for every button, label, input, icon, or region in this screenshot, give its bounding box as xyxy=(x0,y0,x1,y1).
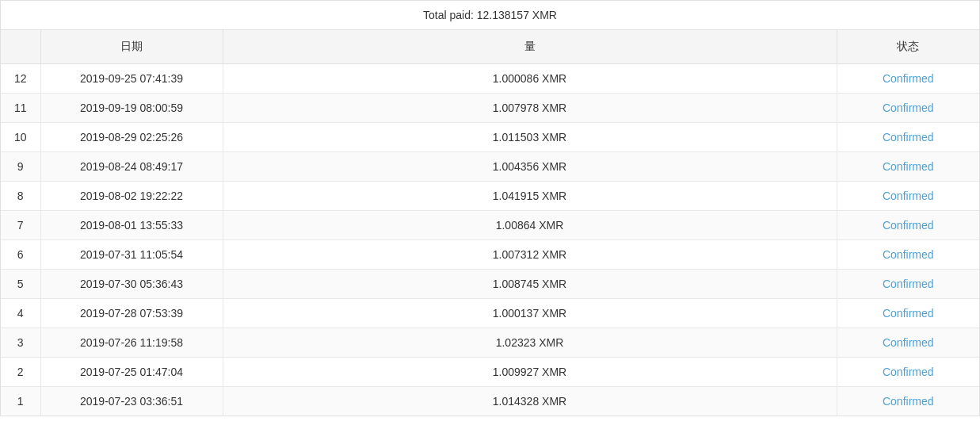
table-row: 102019-08-29 02:25:261.011503 XMRConfirm… xyxy=(1,123,979,152)
col-header-amount: 量 xyxy=(223,30,837,64)
cell-date: 2019-08-02 19:22:22 xyxy=(40,182,223,211)
cell-status[interactable]: Confirmed xyxy=(837,358,979,387)
table-row: 32019-07-26 11:19:581.02323 XMRConfirmed xyxy=(1,328,979,358)
cell-index: 11 xyxy=(1,94,40,123)
cell-index: 6 xyxy=(1,240,40,270)
cell-status[interactable]: Confirmed xyxy=(837,211,979,240)
table-row: 112019-09-19 08:00:591.007978 XMRConfirm… xyxy=(1,94,979,123)
cell-amount: 1.011503 XMR xyxy=(223,123,837,152)
cell-status[interactable]: Confirmed xyxy=(837,270,979,299)
table-row: 22019-07-25 01:47:041.009927 XMRConfirme… xyxy=(1,358,979,387)
table-row: 42019-07-28 07:53:391.000137 XMRConfirme… xyxy=(1,299,979,328)
cell-date: 2019-08-01 13:55:33 xyxy=(40,211,223,240)
col-header-date: 日期 xyxy=(40,30,223,64)
cell-date: 2019-07-26 11:19:58 xyxy=(40,328,223,358)
cell-amount: 1.009927 XMR xyxy=(223,358,837,387)
cell-index: 5 xyxy=(1,270,40,299)
table-row: 62019-07-31 11:05:541.007312 XMRConfirme… xyxy=(1,240,979,270)
cell-amount: 1.000086 XMR xyxy=(223,64,837,94)
table-row: 52019-07-30 05:36:431.008745 XMRConfirme… xyxy=(1,270,979,299)
cell-amount: 1.02323 XMR xyxy=(223,328,837,358)
cell-status[interactable]: Confirmed xyxy=(837,64,979,94)
cell-amount: 1.004356 XMR xyxy=(223,152,837,182)
cell-status[interactable]: Confirmed xyxy=(837,299,979,328)
cell-amount: 1.014328 XMR xyxy=(223,387,837,416)
cell-index: 12 xyxy=(1,64,40,94)
cell-index: 9 xyxy=(1,152,40,182)
cell-status[interactable]: Confirmed xyxy=(837,240,979,270)
main-table-wrapper: Total paid: 12.138157 XMR 日期 量 状态 122019… xyxy=(0,0,980,416)
cell-index: 4 xyxy=(1,299,40,328)
cell-date: 2019-07-31 11:05:54 xyxy=(40,240,223,270)
cell-amount: 1.007312 XMR xyxy=(223,240,837,270)
cell-status[interactable]: Confirmed xyxy=(837,94,979,123)
cell-amount: 1.008745 XMR xyxy=(223,270,837,299)
table-row: 12019-07-23 03:36:511.014328 XMRConfirme… xyxy=(1,387,979,416)
cell-date: 2019-07-25 01:47:04 xyxy=(40,358,223,387)
col-header-index xyxy=(1,30,40,64)
cell-date: 2019-08-29 02:25:26 xyxy=(40,123,223,152)
table-row: 72019-08-01 13:55:331.00864 XMRConfirmed xyxy=(1,211,979,240)
cell-status[interactable]: Confirmed xyxy=(837,152,979,182)
cell-date: 2019-09-19 08:00:59 xyxy=(40,94,223,123)
cell-amount: 1.041915 XMR xyxy=(223,182,837,211)
cell-index: 3 xyxy=(1,328,40,358)
table-row: 82019-08-02 19:22:221.041915 XMRConfirme… xyxy=(1,182,979,211)
cell-status[interactable]: Confirmed xyxy=(837,182,979,211)
cell-amount: 1.00864 XMR xyxy=(223,211,837,240)
cell-date: 2019-09-25 07:41:39 xyxy=(40,64,223,94)
cell-status[interactable]: Confirmed xyxy=(837,123,979,152)
cell-status[interactable]: Confirmed xyxy=(837,387,979,416)
table-row: 92019-08-24 08:49:171.004356 XMRConfirme… xyxy=(1,152,979,182)
cell-date: 2019-07-28 07:53:39 xyxy=(40,299,223,328)
cell-index: 8 xyxy=(1,182,40,211)
transactions-table: 日期 量 状态 122019-09-25 07:41:391.000086 XM… xyxy=(1,30,979,416)
cell-amount: 1.000137 XMR xyxy=(223,299,837,328)
col-header-status: 状态 xyxy=(837,30,979,64)
cell-index: 10 xyxy=(1,123,40,152)
total-paid-header: Total paid: 12.138157 XMR xyxy=(1,1,979,30)
table-row: 122019-09-25 07:41:391.000086 XMRConfirm… xyxy=(1,64,979,94)
table-body: 122019-09-25 07:41:391.000086 XMRConfirm… xyxy=(1,64,979,416)
cell-status[interactable]: Confirmed xyxy=(837,328,979,358)
table-header-row: 日期 量 状态 xyxy=(1,30,979,64)
cell-index: 1 xyxy=(1,387,40,416)
cell-index: 2 xyxy=(1,358,40,387)
cell-amount: 1.007978 XMR xyxy=(223,94,837,123)
cell-date: 2019-07-30 05:36:43 xyxy=(40,270,223,299)
cell-index: 7 xyxy=(1,211,40,240)
cell-date: 2019-07-23 03:36:51 xyxy=(40,387,223,416)
cell-date: 2019-08-24 08:49:17 xyxy=(40,152,223,182)
